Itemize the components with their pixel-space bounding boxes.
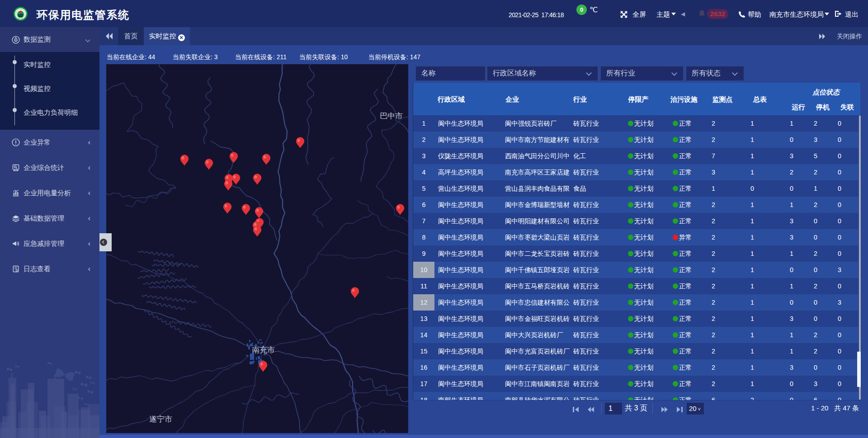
svg-text:南充市: 南充市: [252, 346, 275, 354]
svg-text:遂宁市: 遂宁市: [149, 415, 172, 424]
svg-text:巴中市: 巴中市: [380, 112, 403, 120]
